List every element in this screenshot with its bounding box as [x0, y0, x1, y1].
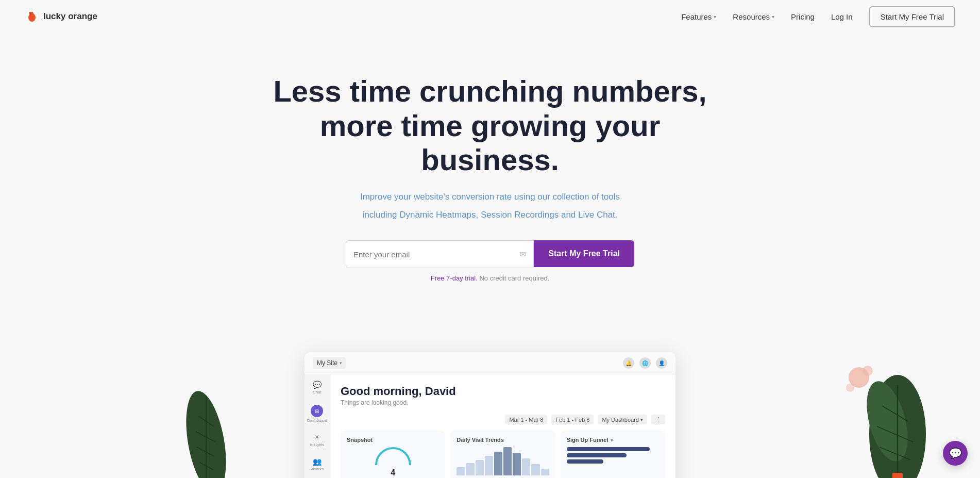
dashboard-topbar: My Site ▾ 🔔 🌐 👤: [305, 352, 675, 374]
bar-1: [457, 467, 465, 476]
snapshot-title: Snapshot: [347, 437, 439, 443]
dashboard-sidebar: 💬 Chat ⊞ Dashboard ☀ Insights 👥 Visitors: [305, 374, 330, 478]
nav-right: Features ▾ Resources ▾ Pricing Log In St…: [681, 6, 955, 27]
dashboard-top-icons: 🔔 🌐 👤: [623, 357, 667, 369]
funnel-chevron-icon: ▾: [611, 438, 613, 443]
hero-title: Less time crunching numbers, more time g…: [258, 74, 722, 177]
email-icon: ✉: [520, 250, 526, 258]
dashboard-selector[interactable]: My Dashboard ▾: [598, 415, 647, 424]
nav-resources[interactable]: Resources ▾: [733, 12, 774, 21]
leaf-decoration-left: [185, 385, 227, 478]
sidebar-item-visitors[interactable]: 👥 Visitors: [310, 457, 324, 471]
navbar: lucky orange Features ▾ Resources ▾ Pric…: [0, 0, 980, 33]
sidebar-item-chat[interactable]: 💬 Chat: [313, 381, 322, 394]
bar-3: [476, 460, 484, 475]
logo-icon: [25, 9, 39, 24]
bar-7: [513, 453, 521, 475]
dashboard-icon: ⊞: [311, 405, 323, 417]
nav-cta-button[interactable]: Start My Free Trial: [869, 6, 955, 27]
dashboard-widgets: Snapshot 4 New visitors Daily Visit Tren…: [341, 431, 665, 478]
date-range-1[interactable]: Mar 1 - Mar 8: [505, 415, 547, 424]
dashboard-controls: Mar 1 - Mar 8 Feb 1 - Feb 8 My Dashboard…: [341, 415, 665, 424]
funnel-title[interactable]: Sign Up Funnel ▾: [567, 437, 659, 443]
bar-9: [531, 464, 539, 475]
bar-10: [541, 469, 549, 476]
svg-rect-19: [892, 473, 903, 478]
hero-section: Less time crunching numbers, more time g…: [0, 33, 980, 303]
hero-subtitle-1: Improve your website's conversion rate u…: [335, 190, 645, 204]
funnel-bar-2: [567, 453, 627, 457]
bar-5: [494, 452, 502, 476]
hero-cta-button[interactable]: Start My Free Trial: [534, 240, 634, 267]
insights-icon: ☀: [314, 433, 320, 441]
widget-funnel: Sign Up Funnel ▾: [561, 431, 665, 478]
svg-point-12: [846, 384, 854, 392]
logo-text: lucky orange: [43, 11, 97, 22]
sidebar-item-dashboard[interactable]: ⊞ Dashboard: [307, 405, 327, 423]
plant-decoration-right: [861, 370, 934, 478]
sidebar-item-insights[interactable]: ☀ Insights: [310, 433, 325, 447]
bar-8: [522, 458, 530, 475]
dashboard-subtext: Things are looking good.: [341, 399, 665, 406]
email-input-wrapper: ✉: [346, 240, 534, 268]
dashboard-layout: 💬 Chat ⊞ Dashboard ☀ Insights 👥 Visitors: [305, 374, 675, 478]
logo[interactable]: lucky orange: [25, 9, 97, 24]
dashboard-greeting: Good morning, David: [341, 385, 665, 398]
hero-form: ✉ Start My Free Trial: [346, 240, 634, 268]
preview-section: My Site ▾ 🔔 🌐 👤 💬 Chat ⊞ Dashboard: [0, 334, 980, 478]
avatar[interactable]: 👤: [656, 357, 667, 369]
hero-subtitle-2: including Dynamic Heatmaps, Session Reco…: [335, 208, 645, 222]
funnel-bar-3: [567, 459, 604, 464]
dashboard-selector-chevron-icon: ▾: [640, 417, 643, 422]
visits-bar-chart: [457, 447, 549, 475]
notification-icon[interactable]: 🔔: [623, 357, 634, 369]
resources-chevron-icon: ▾: [772, 14, 774, 20]
email-input[interactable]: [353, 241, 520, 268]
widget-snapshot: Snapshot 4 New visitors: [341, 431, 445, 478]
visitors-icon: 👥: [313, 457, 322, 466]
snapshot-new-visitors-label: 4 New visitors: [347, 468, 439, 478]
widget-visits: Daily Visit Trends: [450, 431, 555, 478]
hero-trial-note: Free 7-day trial. No credit card require…: [25, 274, 955, 282]
dashboard-main: Good morning, David Things are looking g…: [330, 374, 675, 478]
globe-icon[interactable]: 🌐: [639, 357, 651, 369]
site-selector-chevron-icon: ▾: [340, 360, 342, 366]
dashboard-card: My Site ▾ 🔔 🌐 👤 💬 Chat ⊞ Dashboard: [305, 352, 675, 478]
date-range-2[interactable]: Feb 1 - Feb 8: [551, 415, 594, 424]
bar-6: [503, 447, 512, 475]
nav-pricing[interactable]: Pricing: [791, 12, 815, 21]
site-selector[interactable]: My Site ▾: [313, 357, 346, 369]
dashboard-options[interactable]: ⋮: [651, 415, 665, 424]
chat-icon: 💬: [313, 381, 322, 389]
bar-4: [485, 456, 493, 476]
visits-title: Daily Visit Trends: [457, 437, 549, 443]
snapshot-arc-chart: [375, 447, 411, 465]
features-chevron-icon: ▾: [714, 14, 716, 20]
chat-support-button[interactable]: [943, 441, 968, 466]
funnel-bar-1: [567, 447, 650, 451]
nav-login[interactable]: Log In: [831, 12, 853, 21]
nav-features[interactable]: Features ▾: [681, 12, 716, 21]
bar-2: [466, 463, 474, 476]
